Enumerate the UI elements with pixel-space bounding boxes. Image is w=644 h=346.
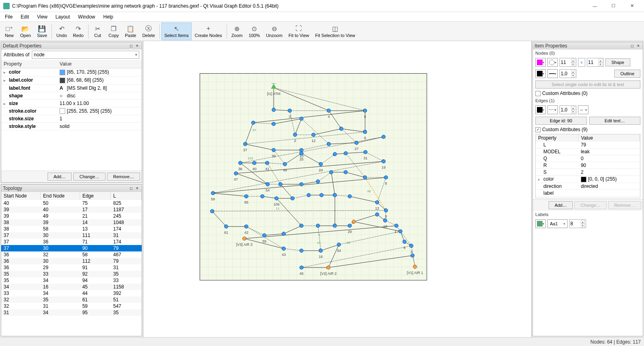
node-width-input[interactable]: 11▴▾	[559, 58, 576, 67]
graph-node[interactable]	[384, 175, 388, 179]
node-color-picker[interactable]	[535, 58, 546, 67]
graph-node[interactable]	[411, 253, 415, 257]
edge-style-picker[interactable]	[547, 105, 558, 114]
undo-button[interactable]: ↶Undo	[54, 23, 70, 40]
graph-node[interactable]	[271, 84, 277, 89]
edit-text-button[interactable]: Edit text…	[589, 117, 641, 125]
graph-node[interactable]	[282, 247, 286, 251]
lock-aspect-button[interactable]: x	[578, 58, 585, 67]
graph-node[interactable]	[363, 130, 367, 134]
graph-node[interactable]	[355, 141, 359, 145]
save-button[interactable]: 💾Save	[34, 23, 50, 40]
graph-node[interactable]	[265, 161, 269, 165]
graph-node[interactable]	[363, 150, 367, 154]
attr-row-s[interactable]: S2	[536, 169, 640, 176]
topology-row[interactable]: 37309079	[1, 245, 142, 251]
maximize-button[interactable]: ☐	[605, 0, 622, 12]
label-size-input[interactable]: 8▴▾	[569, 219, 586, 228]
graph-node[interactable]	[333, 224, 337, 228]
zoom-button[interactable]: ⊕Zoom	[229, 23, 246, 40]
menu-file[interactable]: File	[2, 13, 16, 21]
graph-node[interactable]	[316, 224, 320, 228]
graph-node[interactable]	[344, 151, 348, 155]
attr-row-l[interactable]: L79	[536, 142, 640, 148]
close-panel-icon[interactable]: ✕	[134, 185, 140, 191]
menu-view[interactable]: View	[34, 13, 51, 21]
menu-help[interactable]: Help	[100, 13, 117, 21]
label-color-picker[interactable]	[535, 219, 546, 228]
graph-node[interactable]	[299, 117, 303, 121]
edge-color-picker[interactable]	[535, 105, 546, 114]
graph-node[interactable]	[327, 142, 331, 146]
close-panel-icon[interactable]: ✕	[636, 43, 641, 49]
node-custom-attr-check[interactable]	[535, 91, 541, 96]
create-nodes-button[interactable]: +Create Nodes	[192, 23, 225, 40]
graph-node[interactable]	[320, 193, 324, 197]
node-shape-picker[interactable]	[547, 58, 558, 67]
col-property[interactable]: Property	[1, 60, 57, 68]
topology-row[interactable]: 333444392	[1, 290, 142, 297]
label-font-picker[interactable]: Aa1	[547, 219, 568, 228]
graph-node[interactable]	[398, 229, 402, 233]
graph-node[interactable]	[282, 232, 286, 236]
graph-node[interactable]	[319, 249, 323, 253]
entity-select[interactable]: node	[32, 51, 139, 59]
topo-col-start-node[interactable]: Start Node	[1, 192, 41, 200]
graph-node[interactable]	[260, 194, 264, 198]
graph-node[interactable]	[326, 266, 330, 270]
attr-row-direction[interactable]: directiondirected	[536, 183, 640, 189]
graph-node[interactable]	[375, 200, 379, 204]
100--button[interactable]: ⊙100%	[246, 23, 263, 40]
edge-id-button[interactable]: Edge id: 90	[535, 117, 587, 125]
graph-node[interactable]	[339, 127, 343, 131]
graph-node[interactable]	[382, 159, 386, 163]
graph-canvas[interactable]: [I1] ATM34521253739102736404149252431194…	[143, 41, 531, 337]
graph-node[interactable]	[394, 224, 398, 228]
graph-node[interactable]	[238, 161, 242, 165]
topology-row[interactable]: 3839141048	[1, 219, 142, 226]
prop-row-stroke-style[interactable]: stroke.stylesolid	[1, 123, 142, 130]
graph-node[interactable]	[293, 133, 297, 137]
topology-row[interactable]: 373011131	[1, 232, 142, 239]
graph-node[interactable]	[413, 265, 417, 269]
close-button[interactable]: ✕	[623, 0, 641, 12]
topology-row[interactable]: 3940171187	[1, 206, 142, 213]
paste-button[interactable]: 📋Paste	[122, 23, 139, 40]
outline-weight-input[interactable]: 1,0▴▾	[559, 69, 576, 78]
attr-row-color[interactable]: ▸color[0, 0, 0] (255)	[536, 176, 640, 183]
graph-node[interactable]	[234, 171, 238, 175]
prop-row-label-color[interactable]: ▸label.color[68, 68, 68] (255)	[1, 76, 142, 84]
change-button[interactable]: Change…	[73, 173, 105, 181]
open-button[interactable]: 📂Open	[17, 23, 34, 40]
topology-row[interactable]: 36299131	[1, 264, 142, 271]
prop-row-stroke-size[interactable]: stroke.size1	[1, 115, 142, 123]
topology-row[interactable]: 373671174	[1, 239, 142, 245]
graph-node[interactable]	[299, 151, 303, 155]
attr-row-q[interactable]: Q0	[536, 155, 640, 162]
topo-col-l[interactable]: L	[111, 192, 142, 200]
graph-node[interactable]	[382, 135, 386, 139]
menu-edit[interactable]: Edit	[17, 13, 32, 21]
unzoom-button[interactable]: ⊖Unzoom	[263, 23, 285, 40]
topology-row[interactable]: 3416451158	[1, 284, 142, 290]
select-items-button[interactable]: ↖Select Items	[161, 23, 192, 40]
prop-row-shape[interactable]: shape○disc	[1, 92, 142, 99]
edge-arrow-picker[interactable]: ←	[578, 105, 588, 114]
graph-node[interactable]	[252, 161, 256, 165]
graph-node[interactable]	[210, 209, 214, 213]
prop-row-stroke-color[interactable]: stroke.color[255, 255, 255] (255)	[1, 107, 142, 115]
topology-row[interactable]: 405075825	[1, 200, 142, 206]
graph-node[interactable]	[333, 193, 337, 197]
cut-button[interactable]: ✂Cut	[90, 23, 105, 40]
topo-col-edge[interactable]: Edge	[80, 192, 111, 200]
menu-layout[interactable]: Layout	[52, 13, 73, 21]
graph-node[interactable]	[307, 193, 311, 197]
topo-col-end-node[interactable]: End Node	[41, 192, 80, 200]
prop-row-label-font[interactable]: label.fontA[MS Shell Dlg 2, 8]	[1, 84, 142, 92]
graph-node[interactable]	[242, 237, 246, 241]
outline-button[interactable]: Outline	[614, 70, 640, 78]
graph-node[interactable]	[251, 121, 255, 125]
graph-node[interactable]	[344, 170, 348, 174]
graph-node[interactable]	[243, 142, 247, 146]
graph-node[interactable]	[348, 194, 352, 198]
